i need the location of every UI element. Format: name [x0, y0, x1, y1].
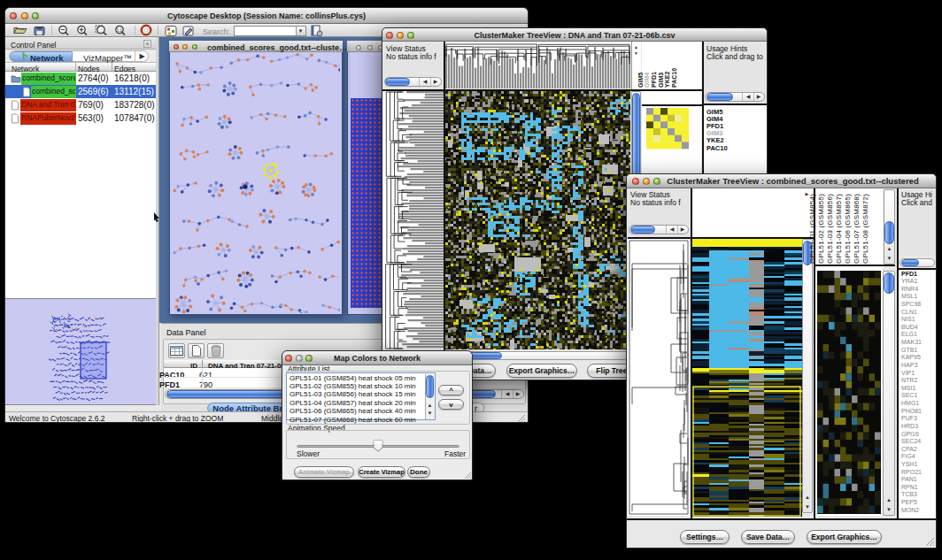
svg-text:1:1: 1:1 [117, 28, 123, 33]
